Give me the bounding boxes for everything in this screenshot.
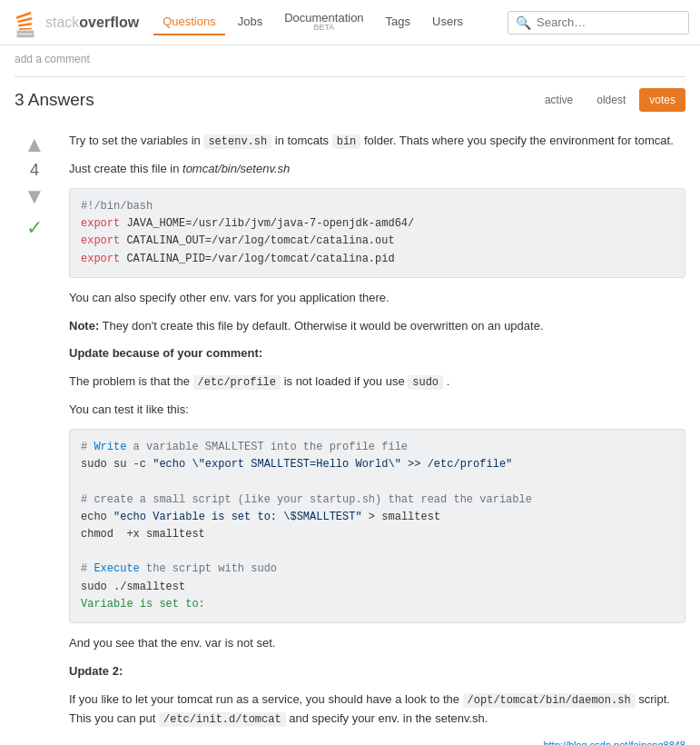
problem-paragraph: The problem is that the /etc/profile is … (69, 372, 685, 392)
logo[interactable]: stackoverflow (11, 6, 139, 39)
header: stackoverflow Questions Jobs Documentati… (0, 0, 700, 45)
note-paragraph: Note: They don't create this file by def… (69, 317, 685, 336)
add-comment-link[interactable]: add a comment (15, 45, 685, 73)
answer-body: Try to set the variables in setenv.sh in… (69, 132, 685, 745)
accepted-checkmark: ✓ (26, 216, 43, 240)
main-nav: Questions Jobs Documentation BETA Tags U… (153, 5, 508, 39)
inline-code-bin: bin (332, 134, 361, 149)
sort-tab-active[interactable]: active (535, 88, 583, 112)
test-paragraph: You can test it like this: (69, 401, 685, 420)
inline-code-setenv: setenv.sh (203, 134, 271, 149)
inline-code-initd: /etc/init.d/tomcat (159, 712, 286, 727)
page-content: add a comment 3 Answers active oldest vo… (0, 45, 700, 745)
search-box[interactable]: 🔍 (508, 11, 689, 35)
svg-rect-4 (17, 16, 32, 22)
search-icon: 🔍 (516, 15, 531, 30)
svg-rect-2 (19, 27, 32, 29)
answers-header: 3 Answers active oldest votes (15, 76, 685, 121)
nav-questions[interactable]: Questions (153, 9, 225, 35)
sort-tab-oldest[interactable]: oldest (587, 88, 636, 112)
and-you-see-paragraph: And you see that the env. var is not set… (69, 634, 685, 653)
italic-path: tomcat/bin/setenv.sh (182, 162, 290, 175)
nav-documentation[interactable]: Documentation BETA (275, 5, 372, 39)
logo-text: stackoverflow (45, 15, 139, 31)
inline-code-sudo: sudo (408, 375, 443, 390)
nav-jobs[interactable]: Jobs (229, 9, 271, 35)
code-block-1: #!/bin/bash export JAVA_HOME=/usr/lib/jv… (69, 188, 685, 278)
inline-code-daemon: /opt/tomcat/bin/daemon.sh (463, 693, 636, 708)
nav-users[interactable]: Users (423, 9, 472, 35)
also-specify-paragraph: You can also specify other env. vars for… (69, 289, 685, 308)
update2-label: Update 2: (69, 662, 685, 681)
vote-count: 4 (30, 161, 39, 180)
sort-tab-votes[interactable]: votes (639, 88, 685, 112)
just-create-paragraph: Just create this file in tomcat/bin/sete… (69, 160, 685, 179)
vote-section: ▲ 4 ▼ ✓ (15, 132, 69, 745)
search-input[interactable] (537, 15, 681, 29)
intro-paragraph: Try to set the variables in setenv.sh in… (69, 132, 685, 151)
logo-icon (11, 6, 40, 39)
watermark: http://blog.csdn.net/feipeng8848 (69, 738, 685, 745)
code-block-2: # Write a variable SMALLTEST into the pr… (69, 429, 685, 623)
vote-down-button[interactable]: ▼ (24, 184, 45, 209)
sort-tabs: active oldest votes (535, 88, 685, 112)
answer: ▲ 4 ▼ ✓ Try to set the variables in sete… (15, 121, 685, 745)
answers-count: 3 Answers (15, 90, 94, 110)
update-comment-paragraph: Update because of your comment: (69, 344, 685, 363)
svg-rect-3 (18, 22, 32, 26)
vote-up-button[interactable]: ▲ (24, 132, 45, 157)
nav-tags[interactable]: Tags (377, 9, 419, 35)
inline-code-profile: /etc/profile (193, 375, 281, 390)
update2-paragraph: If you like to let your tomcat run as a … (69, 690, 685, 729)
